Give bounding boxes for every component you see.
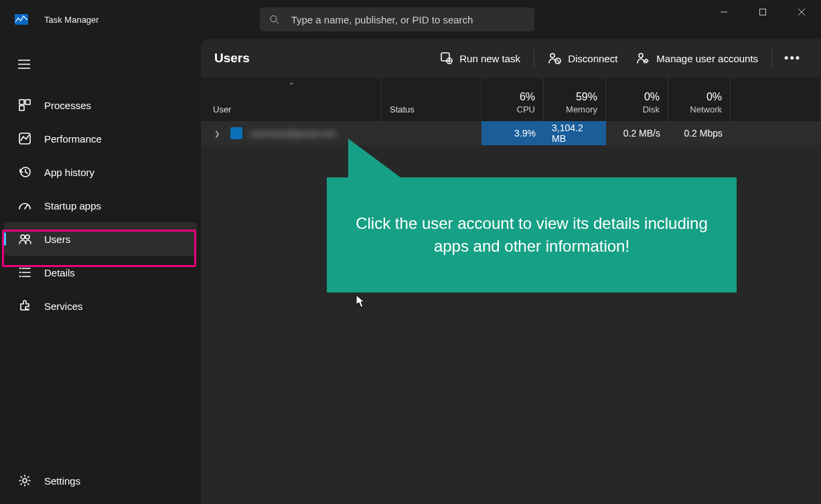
app-icon	[15, 14, 28, 25]
network-pct: 0%	[706, 91, 722, 103]
sidebar-item-label: Settings	[44, 475, 80, 487]
disk-cell: 0.2 MB/s	[606, 121, 668, 145]
sidebar-item-processes[interactable]: Processes	[4, 88, 197, 122]
svg-line-31	[556, 60, 559, 62]
gauge-icon	[17, 198, 32, 213]
col-status-label: Status	[390, 104, 473, 114]
svg-point-29	[550, 54, 554, 58]
list-icon	[17, 265, 32, 280]
sidebar-item-label: Users	[44, 234, 70, 245]
svg-point-23	[20, 276, 21, 277]
sidebar-item-performance[interactable]: Performance	[4, 122, 197, 155]
separator	[771, 49, 772, 68]
network-label: Network	[690, 104, 722, 114]
performance-icon	[17, 131, 32, 146]
callout-text: Click the user account to view its detai…	[351, 212, 713, 257]
sidebar-item-label: Startup apps	[44, 200, 101, 212]
more-button[interactable]: •••	[777, 52, 808, 66]
sidebar-item-label: Details	[44, 267, 75, 278]
svg-rect-25	[441, 53, 449, 61]
sort-indicator-icon: ⌃	[289, 82, 294, 89]
svg-point-21	[20, 268, 21, 269]
col-network[interactable]: 0% Network	[668, 78, 731, 121]
grid-icon	[17, 98, 32, 112]
network-cell: 0.2 Mbps	[668, 121, 731, 145]
chevron-right-icon[interactable]: ❯	[214, 130, 224, 137]
cpu-pct: 6%	[520, 91, 535, 103]
svg-rect-11	[25, 100, 30, 104]
svg-point-16	[21, 235, 25, 239]
disconnect-label: Disconnect	[568, 53, 617, 64]
col-user[interactable]: ⌃ User	[201, 78, 382, 121]
titlebar: Task Manager	[0, 0, 821, 39]
search-box[interactable]	[260, 7, 534, 31]
sidebar-item-startup-apps[interactable]: Startup apps	[4, 189, 197, 222]
history-icon	[17, 165, 32, 179]
search-icon	[269, 14, 279, 25]
svg-point-1	[271, 16, 277, 22]
col-spacer	[731, 78, 821, 121]
gear-icon	[17, 473, 32, 488]
sidebar: Processes Performance App history Startu…	[0, 39, 201, 504]
col-cpu[interactable]: 6% CPU	[481, 78, 544, 121]
page-title: Users	[214, 51, 250, 66]
sidebar-item-services[interactable]: Services	[4, 289, 197, 323]
svg-point-32	[639, 54, 643, 58]
separator	[534, 49, 534, 68]
table-header: ⌃ User Status 6% CPU 59% Memory 0% Disk	[201, 78, 821, 121]
disk-pct: 0%	[644, 91, 660, 103]
search-input[interactable]	[291, 14, 525, 25]
table-row[interactable]: ❯ username@gmail.com 3.9% 3,104.2 MB 0.2…	[201, 121, 821, 145]
svg-point-24	[23, 479, 27, 483]
run-task-icon	[441, 52, 453, 64]
window-controls	[704, 0, 821, 24]
run-new-task-label: Run new task	[459, 53, 520, 64]
run-new-task-button[interactable]: Run new task	[433, 48, 528, 68]
sidebar-item-app-history[interactable]: App history	[4, 155, 197, 189]
svg-line-15	[25, 205, 27, 209]
minimize-button[interactable]	[704, 0, 743, 24]
maximize-button[interactable]	[743, 0, 782, 24]
disk-label: Disk	[643, 104, 660, 114]
sidebar-item-settings[interactable]: Settings	[4, 464, 197, 497]
sidebar-item-label: App history	[44, 167, 94, 178]
sidebar-item-label: Services	[44, 301, 83, 312]
col-user-label: User	[213, 104, 373, 114]
col-disk[interactable]: 0% Disk	[606, 78, 668, 121]
cpu-cell: 3.9%	[481, 121, 544, 145]
app-title: Task Manager	[44, 15, 99, 25]
user-avatar-icon	[230, 127, 242, 139]
tutorial-callout: Click the user account to view its detai…	[327, 177, 737, 292]
hamburger-button[interactable]	[8, 51, 40, 78]
memory-label: Memory	[566, 104, 597, 114]
users-table: ⌃ User Status 6% CPU 59% Memory 0% Disk	[201, 78, 821, 145]
svg-rect-12	[19, 106, 24, 110]
disconnect-icon	[548, 52, 561, 64]
manage-users-button[interactable]: Manage user accounts	[628, 48, 766, 68]
puzzle-icon	[17, 299, 32, 313]
sidebar-item-users[interactable]: Users	[4, 222, 197, 256]
row-spacer	[731, 121, 821, 145]
manage-users-label: Manage user accounts	[656, 53, 758, 64]
col-memory[interactable]: 59% Memory	[544, 78, 606, 121]
memory-pct: 59%	[576, 91, 597, 103]
col-status[interactable]: Status	[382, 78, 481, 121]
sidebar-item-details[interactable]: Details	[4, 256, 197, 289]
svg-rect-10	[19, 100, 24, 104]
svg-rect-4	[760, 9, 766, 15]
svg-line-2	[276, 21, 279, 24]
svg-point-22	[20, 272, 21, 273]
cursor-icon	[356, 295, 365, 308]
sidebar-item-label: Processes	[44, 100, 91, 111]
sidebar-item-label: Performance	[44, 133, 102, 145]
memory-cell: 3,104.2 MB	[544, 121, 606, 145]
svg-point-17	[25, 235, 29, 239]
users-icon	[17, 232, 32, 246]
cpu-label: CPU	[517, 104, 535, 114]
manage-users-icon	[636, 52, 650, 64]
user-name: username@gmail.com	[249, 129, 336, 139]
disconnect-button[interactable]: Disconnect	[540, 48, 625, 68]
main-header: Users Run new task Disconnect Manage use…	[201, 39, 821, 78]
close-button[interactable]	[782, 0, 821, 24]
